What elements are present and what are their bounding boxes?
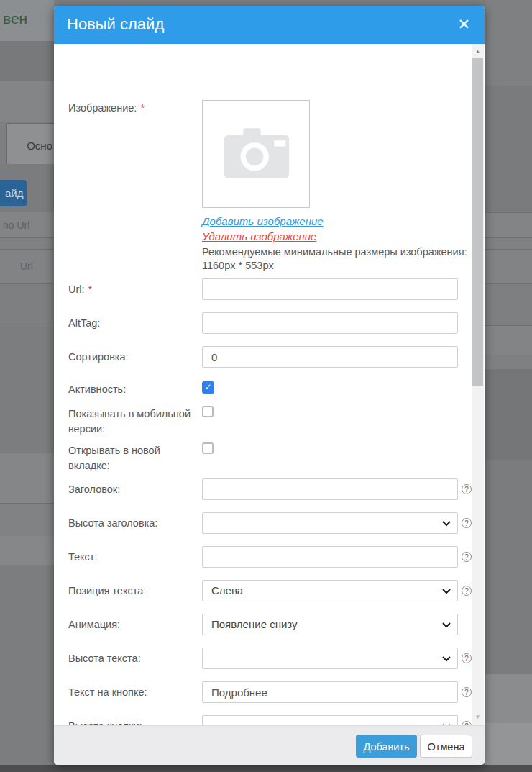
active-label: Активность: [68, 382, 198, 397]
bg-band [485, 238, 532, 250]
sort-label: Сортировка: [68, 350, 198, 365]
help-icon[interactable]: ? [462, 687, 472, 697]
modal-footer: Добавить Отмена [54, 725, 485, 765]
button-text-label: Текст на кнопке: [68, 685, 198, 700]
bg-band [0, 504, 54, 536]
required-mark: * [88, 283, 93, 295]
url-label: Url:* [68, 282, 198, 297]
bg-band [0, 238, 54, 250]
delete-image-link[interactable]: Удалить изображение [202, 230, 316, 242]
new-slide-modal: Новый слайд ✕ Изображение:* Добавить изо… [54, 6, 485, 765]
bg-band [485, 723, 532, 765]
cancel-button[interactable]: Отмена [420, 735, 472, 758]
close-icon[interactable]: ✕ [457, 15, 470, 34]
alttag-label: AltTag: [68, 316, 198, 331]
bg-tab-label: Осно [27, 140, 52, 152]
help-icon[interactable]: ? [462, 653, 472, 663]
help-icon[interactable]: ? [462, 586, 472, 596]
sort-input[interactable] [202, 346, 458, 368]
bg-band [0, 765, 532, 772]
url-input[interactable] [202, 278, 458, 300]
bg-band [0, 565, 54, 765]
mobile-checkbox[interactable] [202, 406, 214, 417]
mobile-label: Показывать в мобильной версии: [68, 407, 198, 437]
active-checkbox[interactable]: ✓ [202, 381, 214, 394]
bg-band [0, 284, 54, 327]
bg-band [485, 0, 532, 86]
bg-band [485, 674, 532, 723]
image-label: Изображение:* [68, 101, 198, 116]
text-height-select[interactable] [202, 648, 458, 669]
heading-label: Заголовок: [68, 482, 198, 497]
alttag-input[interactable] [202, 312, 458, 334]
bg-band [485, 326, 532, 355]
check-icon: ✓ [204, 382, 211, 392]
heading-height-label: Высота заголовка: [68, 516, 198, 531]
bg-band [485, 250, 532, 284]
bg-band [485, 86, 532, 212]
help-icon[interactable]: ? [462, 552, 472, 562]
bg-tab-fragment: Осно [6, 123, 54, 164]
button-text-input[interactable] [202, 681, 458, 703]
chevron-down-icon [442, 521, 451, 527]
bg-band [0, 453, 54, 504]
modal-title: Новый слайд [67, 15, 164, 34]
text-height-label: Высота текста: [68, 651, 198, 666]
newtab-checkbox[interactable] [202, 442, 214, 454]
bg-band [485, 369, 532, 460]
newtab-label: Открывать в новой вкладке: [68, 443, 198, 473]
required-mark: * [140, 102, 145, 114]
chevron-down-icon [442, 589, 451, 594]
help-icon[interactable]: ? [462, 484, 472, 494]
chevron-down-icon [442, 622, 451, 628]
add-button[interactable]: Добавить [356, 735, 417, 758]
bg-band [485, 355, 532, 369]
chevron-down-icon [442, 656, 451, 662]
heading-height-select[interactable] [202, 512, 458, 534]
scroll-up-icon[interactable]: ▲ [472, 47, 484, 57]
heading-input[interactable] [202, 478, 458, 500]
bg-band [0, 327, 54, 453]
text-position-label: Позиция текста: [68, 583, 198, 599]
text-position-select[interactable]: Слева [202, 580, 458, 601]
image-placeholder [202, 100, 310, 208]
add-image-link[interactable]: Добавить изображение [202, 215, 324, 227]
scroll-down-icon[interactable]: ▼ [472, 712, 484, 722]
modal-scrollbar[interactable]: ▲ ▼ [472, 44, 484, 725]
bg-column-header-fragment: Url [20, 260, 33, 272]
bg-band [485, 460, 532, 674]
scrollbar-thumb[interactable] [472, 58, 483, 386]
screen: вен Осно айд no Url Url Новый слайд ✕ Из… [0, 0, 532, 772]
bg-band [0, 536, 54, 565]
text-label: Текст: [68, 550, 198, 565]
modal-header: Новый слайд ✕ [54, 6, 485, 44]
bg-site-title-fragment: вен [3, 10, 27, 27]
bg-band [485, 212, 532, 238]
animation-select[interactable]: Появление снизу [202, 614, 458, 635]
bg-band [485, 284, 532, 326]
modal-body: Изображение:* Добавить изображение Удали… [54, 44, 485, 725]
bg-column-header-fragment: no Url [3, 219, 29, 231]
bg-band [0, 41, 54, 81]
text-input[interactable] [202, 546, 458, 568]
animation-label: Анимация: [68, 617, 198, 632]
help-icon[interactable]: ? [462, 518, 472, 528]
bg-band [0, 81, 54, 122]
camera-icon [223, 125, 290, 183]
bg-add-slide-button-fragment: айд [0, 180, 27, 206]
image-size-hint: Рекомендуемые минимальные размеры изобра… [202, 245, 475, 273]
